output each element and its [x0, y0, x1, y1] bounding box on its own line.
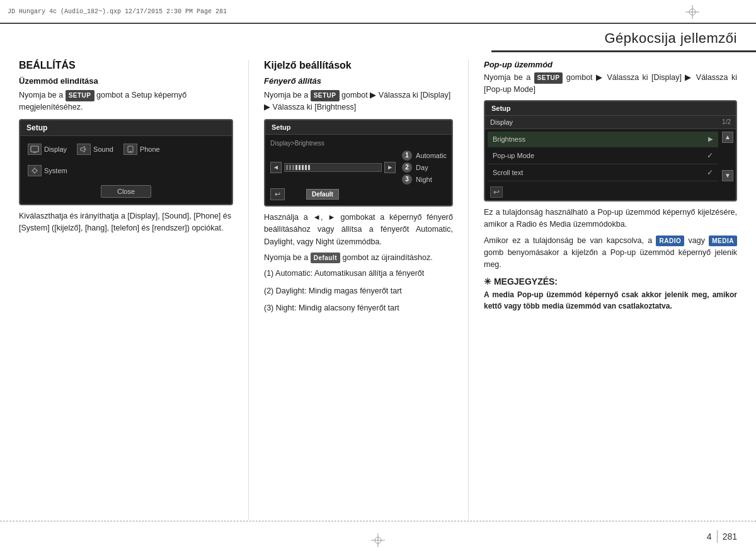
sound-label: Sound: [93, 145, 113, 153]
popup-screen-body: Brightness ▶ Pop-up Mode ✓ Scroll text ✓…: [485, 129, 736, 184]
brightness-label: Brightness: [493, 135, 525, 143]
setup-close-btn[interactable]: Close: [101, 185, 151, 198]
system-icon: [28, 165, 42, 176]
fenyero-arrows: ◄, ►: [313, 213, 336, 222]
fenyero-body2: Használja a ◄, ► gombokat a képernyő fén…: [264, 212, 453, 248]
col-right: Pop-up üzemmód Nyomja be a SETUP gombot …: [484, 60, 737, 520]
fenyero-pre: Nyomja be a: [264, 91, 308, 99]
brightness-body: Display>Brightness ◄ ►: [265, 135, 452, 205]
phone-icon: [123, 144, 137, 155]
brightness-right-arrow[interactable]: ►: [384, 162, 396, 173]
svg-marker-6: [81, 146, 84, 152]
option2-num: 2: [402, 162, 412, 173]
option3-label: Night: [416, 176, 432, 183]
tick1: [286, 165, 288, 170]
note-text: A media Pop-up üzemmód képernyő csak akk…: [484, 289, 737, 312]
setup-icons-row2: System: [25, 161, 227, 180]
popup-menu-brightness[interactable]: Brightness ▶: [488, 132, 718, 147]
uzemmód-heading: Üzemmód elindítása: [19, 76, 233, 86]
svg-rect-8: [129, 151, 132, 152]
right-body2-pre: Amikor ez a tulajdonság be van kapcsolva…: [484, 236, 652, 245]
popup-back-btn[interactable]: ↩: [490, 186, 503, 198]
popup-menu-scrolltext[interactable]: Scroll text ✓: [488, 164, 718, 181]
section1-body3: Kiválaszthatja és irányíthatja a [Displa…: [19, 210, 233, 235]
tick5: [299, 165, 301, 170]
popupmode-label: Pop-up Mode: [493, 152, 534, 159]
note-box: ✳ MEGJEGYZÉS: A media Pop-up üzemmód kép…: [484, 276, 737, 312]
brightness-option3: 3 Night: [402, 174, 447, 185]
scroll-arrows: ▲ ▼: [722, 129, 733, 184]
header-crosshair-icon: [685, 5, 699, 19]
scrolltext-label: Scroll text: [493, 169, 523, 176]
popup-screen: Setup Display 1/2 Brightness ▶ Pop-up Mo…: [484, 100, 737, 202]
list-item2: (2) Daylight: Mindig magas fényerőt tart: [264, 285, 453, 297]
footer-chapter: 4: [707, 531, 712, 542]
brightness-slider-bar: [284, 163, 382, 172]
brightness-option1: 1 Automatic: [402, 151, 447, 161]
option2-label: Day: [416, 164, 428, 171]
right-body2-mid: vagy: [689, 236, 705, 245]
uzemmód-body: Nyomja be a SETUP gombot a Setup képerny…: [19, 89, 233, 114]
list-item3: (3) Night: Mindig alacsony fényerőt tart: [264, 302, 453, 314]
popup-submenu-bar: Display 1/2: [485, 116, 736, 129]
media-btn-inline: MEDIA: [709, 236, 737, 247]
phone-icon-item: Phone: [123, 144, 160, 155]
tick3: [292, 165, 294, 170]
header: JD Hungary 4c (Audio_182~).qxp 12/17/201…: [0, 0, 756, 24]
sound-icon-item: Sound: [77, 144, 113, 155]
kijelzo-heading: Kijelző beállítások: [264, 60, 453, 71]
footer-crosshair-icon: [371, 533, 385, 547]
fenyero-body3-post: gombot az újraindításhoz.: [343, 253, 433, 262]
scroll-down-btn[interactable]: ▼: [722, 170, 733, 181]
scroll-up-btn[interactable]: ▲: [722, 132, 733, 143]
brightness-arrow: ▶: [708, 135, 713, 142]
tick4: [295, 165, 297, 170]
right-body2-post: gomb benyomásakor a kijelzőn a Pop-up üz…: [484, 248, 737, 269]
radio-btn-inline: RADIO: [656, 236, 684, 247]
setup-screen-header: Setup: [20, 120, 232, 136]
brightness-back-icon[interactable]: ↩: [270, 188, 285, 200]
setup-screen-body: Display Sound Phone: [20, 136, 232, 204]
option3-num: 3: [402, 174, 412, 185]
footer-page: 281: [723, 531, 737, 542]
brightness-left-arrow[interactable]: ◄: [270, 162, 282, 173]
uzemmód-body-pre: Nyomja be a: [19, 91, 63, 99]
setup-screen-left: Setup Display Sound: [19, 119, 233, 205]
popup-menu-popupmode[interactable]: Pop-up Mode ✓: [488, 147, 718, 164]
fenyero-body3-pre: Nyomja be a: [264, 253, 308, 262]
system-label: System: [44, 167, 67, 174]
col-divider-1: [248, 60, 249, 520]
brightness-option2: 2 Day: [402, 162, 447, 173]
popup-body: Nyomja be a SETUP gombot ▶ Válassza ki […: [484, 72, 737, 96]
setup-icons-row1: Display Sound Phone: [25, 140, 227, 159]
popup-body-pre: Nyomja be a: [484, 73, 530, 82]
fenyero-body2-pre: Használja a: [264, 213, 308, 222]
note-heading: ✳ MEGJEGYZÉS:: [484, 276, 737, 287]
display-icon-item: Display: [28, 144, 67, 155]
footer: 4 281: [0, 521, 756, 551]
popup-heading: Pop-up üzemmód: [484, 60, 737, 69]
page-title-area: Gépkocsija jellemzői: [491, 24, 756, 52]
brightness-default-btn[interactable]: Default: [306, 189, 339, 200]
tick8: [308, 165, 310, 170]
brightness-header: Setup: [265, 120, 452, 135]
fenyero-body3: Nyomja be a Default gombot az újraindítá…: [264, 252, 453, 264]
sound-icon: [77, 144, 91, 155]
svg-point-9: [33, 169, 37, 173]
right-body2: Amikor ez a tulajdonság be van kapcsolva…: [484, 235, 737, 271]
popup-screen-title: Setup: [491, 105, 511, 112]
col-divider-2: [468, 60, 469, 520]
brightness-header-title: Setup: [272, 123, 291, 131]
option1-label: Automatic: [416, 152, 447, 159]
popupmode-check: ✓: [707, 151, 713, 160]
right-body1: Ez a tulajdonság használható a Pop-up üz…: [484, 207, 737, 231]
page-title: Gépkocsija jellemzői: [604, 30, 737, 46]
popup-back-row: ↩: [485, 184, 736, 200]
fenyero-heading: Fényerő állítás: [264, 76, 453, 86]
setup-btn-right: SETUP: [534, 72, 563, 84]
col-middle: Kijelző beállítások Fényerő állítás Nyom…: [264, 60, 453, 520]
footer-divider: [717, 530, 718, 543]
brightness-breadcrumb: Display>Brightness: [270, 140, 447, 147]
scrolltext-check: ✓: [707, 168, 713, 177]
popup-screen-header: Setup: [485, 101, 736, 116]
